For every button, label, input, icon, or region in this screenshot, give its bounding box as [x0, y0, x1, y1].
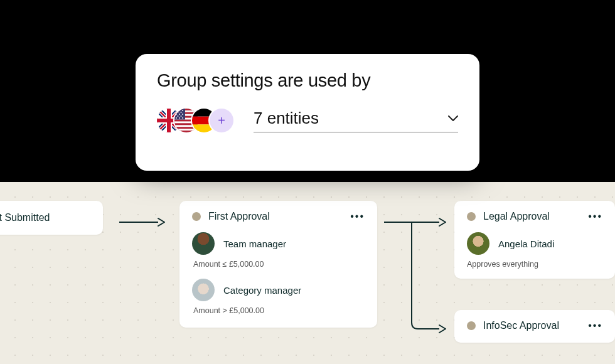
group-settings-title: Group settings are used by [157, 70, 458, 91]
avatar [192, 232, 215, 255]
svg-point-32 [176, 114, 177, 115]
svg-point-38 [179, 117, 180, 119]
approval-rule: Amount > £5,000.00 [192, 306, 365, 315]
approval-rule: Approves everything [467, 260, 602, 269]
card-header: InfoSec Approval ••• [467, 320, 602, 331]
svg-point-37 [176, 117, 177, 119]
arrow-branch-icon [384, 210, 453, 335]
card-header: Legal Approval ••• [467, 211, 602, 222]
more-button[interactable]: ••• [350, 211, 365, 222]
workflow-canvas[interactable]: e Request Submitted First Approval ••• T… [0, 182, 615, 364]
card-title: First Approval [208, 211, 270, 222]
svg-point-33 [179, 114, 180, 115]
svg-point-29 [182, 110, 183, 111]
approver-row: Team manager [192, 232, 365, 255]
workflow-start-card[interactable]: e Request Submitted [0, 201, 103, 235]
approver-row: Angela Ditadi [467, 232, 602, 255]
entities-dropdown-label: 7 entities [254, 109, 319, 128]
avatar [192, 279, 215, 301]
status-dot-icon [467, 212, 476, 221]
first-approval-card[interactable]: First Approval ••• Team manager Amount ≤… [179, 201, 377, 328]
arrow-icon [119, 216, 169, 228]
workflow-start-label: e Request Submitted [0, 212, 90, 223]
svg-point-35 [178, 115, 179, 117]
infosec-approval-card[interactable]: InfoSec Approval ••• [454, 310, 615, 343]
entities-dropdown[interactable]: 7 entities [254, 109, 458, 132]
status-dot-icon [467, 321, 476, 330]
svg-point-30 [178, 112, 179, 113]
approval-rule: Amount ≤ £5,000.00 [192, 260, 365, 269]
approver-row: Category manager [192, 279, 365, 301]
group-settings-card: Group settings are used by + 7 entities [136, 54, 479, 171]
plus-icon: + [218, 114, 225, 128]
svg-point-36 [181, 115, 182, 117]
approver-label: Category manager [223, 285, 301, 296]
group-settings-row: + 7 entities [157, 109, 458, 132]
more-button[interactable]: ••• [588, 320, 602, 331]
svg-point-31 [181, 112, 182, 113]
approver-label: Angela Ditadi [498, 238, 554, 249]
card-header: First Approval ••• [192, 211, 365, 222]
svg-point-28 [179, 110, 180, 111]
entity-flag-stack: + [157, 109, 233, 132]
svg-rect-25 [174, 129, 198, 131]
status-dot-icon [192, 212, 201, 221]
svg-point-34 [182, 114, 183, 115]
approver-label: Team manager [223, 238, 286, 249]
legal-approval-card[interactable]: Legal Approval ••• Angela Ditadi Approve… [454, 201, 615, 279]
svg-point-39 [182, 117, 183, 119]
avatar [467, 232, 489, 255]
chevron-down-icon [448, 112, 458, 125]
add-entity-button[interactable]: + [210, 109, 233, 132]
more-button[interactable]: ••• [588, 211, 602, 222]
card-title: InfoSec Approval [483, 320, 559, 331]
card-title: Legal Approval [483, 211, 550, 222]
